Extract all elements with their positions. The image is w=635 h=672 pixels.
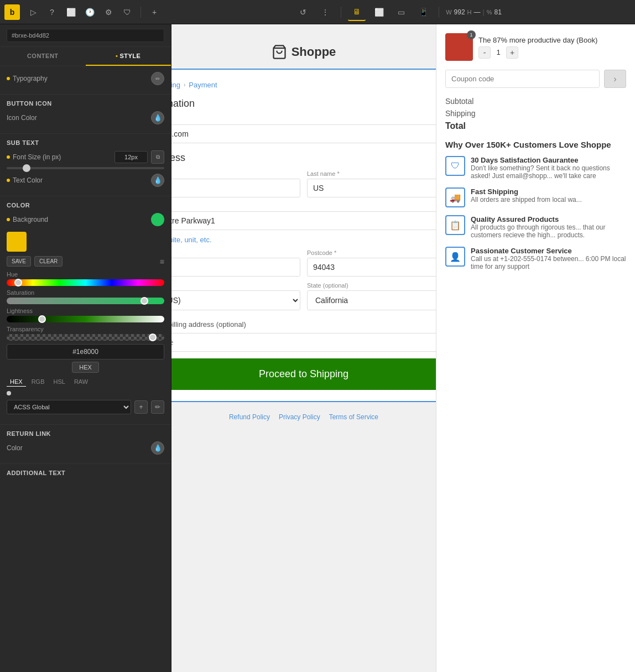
trust-text-2: Quality Assured Products All products go…	[471, 215, 626, 239]
cart-item-badge: 1	[467, 30, 476, 39]
clear-color-btn[interactable]: CLEAR	[34, 256, 63, 267]
zoom-value: 81	[494, 8, 501, 16]
transparency-row: Transparency	[7, 326, 164, 341]
trust-section: Why Over 150K+ Customers Love Shoppe 🛡 3…	[445, 140, 626, 270]
trust-item-2: 📋 Quality Assured Products All products …	[445, 215, 626, 239]
add-apartment-link[interactable]: + Add Apartment, suite, unit, etc.	[171, 236, 436, 244]
last-name-input[interactable]	[307, 179, 436, 197]
hsl-mode-tab[interactable]: HSL	[50, 377, 68, 387]
hex-value-input[interactable]	[7, 344, 164, 360]
font-size-thumb[interactable]	[23, 164, 30, 172]
qty-plus-btn[interactable]: +	[506, 46, 518, 59]
font-size-input[interactable]	[114, 151, 148, 163]
add-icon[interactable]: +	[147, 4, 162, 20]
width-value: 992	[454, 8, 465, 16]
icon-color-swatch[interactable]	[151, 111, 164, 124]
cart-icon	[272, 44, 287, 60]
shield-icon[interactable]: 🛡	[119, 4, 135, 20]
more-options-icon[interactable]: ⋮	[316, 3, 334, 21]
undo-icon[interactable]: ↺	[294, 3, 312, 21]
color-picker-actions: SAVE CLEAR ≡	[7, 256, 164, 267]
trust-body-3: Call us at +1-202-555-0174 between... 6:…	[471, 255, 626, 270]
color-menu-icon[interactable]: ≡	[160, 257, 164, 266]
dimension-group: W 992 H — | % 81	[446, 8, 502, 16]
name-row: First name * Last name *	[171, 170, 436, 203]
background-color-swatch[interactable]	[151, 213, 164, 226]
lightness-thumb[interactable]	[38, 315, 46, 323]
trust-item-3: 👤 Passionate Customer Service Call us at…	[445, 247, 626, 270]
breadcrumb-payment[interactable]: Payment	[189, 81, 217, 89]
pages-icon[interactable]: ⬜	[63, 4, 79, 20]
breadcrumb-shipping[interactable]: Shipping	[171, 81, 180, 89]
state-select[interactable]: California	[307, 290, 436, 310]
typography-section: Typography ✏	[0, 66, 171, 95]
hue-slider[interactable]	[7, 279, 164, 286]
transparency-thumb[interactable]	[149, 334, 157, 341]
desktop-view-btn[interactable]: 🖥	[348, 3, 366, 21]
history-icon[interactable]: 🕐	[82, 4, 97, 20]
qty-minus-btn[interactable]: -	[478, 46, 491, 59]
postcode-label: Postcode *	[307, 249, 436, 256]
cursor-tool-icon[interactable]: ▷	[25, 4, 41, 20]
cart-item-info: The 87% more productive day (Book) - 1 +	[478, 36, 626, 59]
raw-mode-tab[interactable]: RAW	[71, 377, 91, 387]
typography-edit-icon[interactable]: ✏	[151, 72, 164, 85]
qty-value: 1	[494, 48, 503, 56]
content-tab[interactable]: CONTENT	[0, 47, 86, 66]
text-color-swatch[interactable]	[151, 174, 164, 187]
style-tab[interactable]: •STYLE	[86, 47, 171, 66]
id-bar	[0, 24, 171, 47]
sub-text-title: SUB TEXT	[7, 139, 164, 146]
rgb-mode-tab[interactable]: RGB	[28, 377, 48, 387]
proceed-to-shipping-btn[interactable]: Proceed to Shipping	[171, 358, 436, 390]
last-name-group: Last name *	[307, 170, 436, 197]
help-icon[interactable]: ?	[44, 4, 60, 20]
lightness-row: Lightness	[7, 308, 164, 322]
save-color-btn[interactable]: SAVE	[7, 256, 31, 267]
privacy-policy-link[interactable]: Privacy Policy	[279, 413, 320, 421]
copy-font-size-btn[interactable]: ⧉	[151, 150, 164, 164]
element-id-input[interactable]	[7, 29, 164, 42]
street-input[interactable]	[171, 211, 436, 230]
text-color-label: Text Color	[7, 176, 43, 184]
coupon-input[interactable]	[445, 70, 600, 88]
support-icon: 👤	[445, 247, 465, 267]
subtotal-label: Subtotal	[445, 97, 473, 106]
refund-policy-link[interactable]: Refund Policy	[229, 413, 270, 421]
tablet-view-btn[interactable]: ⬜	[370, 3, 388, 21]
postcode-group: Postcode *	[307, 249, 436, 277]
shipping-label: Shipping	[445, 109, 476, 118]
acss-select[interactable]: ACSS Global	[7, 400, 131, 414]
coupon-apply-btn[interactable]: ›	[604, 70, 626, 88]
hue-thumb[interactable]	[14, 279, 22, 286]
acss-edit-btn[interactable]: ✏	[151, 400, 164, 414]
email-input[interactable]	[171, 124, 436, 143]
city-group: Town / City *	[171, 249, 300, 277]
phone-input[interactable]	[171, 336, 436, 349]
street-group: Street address *	[171, 203, 436, 230]
country-label: Country *	[171, 282, 300, 289]
terms-of-service-link[interactable]: Terms of Service	[329, 413, 378, 421]
trust-body-2: All products go through rigorous tes... …	[471, 223, 626, 239]
saturation-thumb[interactable]	[140, 297, 148, 305]
landscape-view-btn[interactable]: ▭	[392, 3, 410, 21]
saturation-row: Saturation	[7, 289, 164, 304]
postcode-input[interactable]	[307, 258, 436, 277]
country-select[interactable]: United States (US)	[171, 290, 300, 310]
saturation-slider[interactable]	[7, 298, 164, 304]
city-input[interactable]	[171, 258, 300, 277]
return-link-title: RETURN LINK	[7, 430, 164, 437]
lightness-slider[interactable]	[7, 316, 164, 322]
color-preview-swatch[interactable]	[7, 232, 27, 252]
font-size-slider[interactable]	[7, 167, 164, 169]
settings-icon[interactable]: ⚙	[101, 4, 116, 20]
label-dot3	[7, 179, 10, 182]
mobile-view-btn[interactable]: 📱	[414, 3, 432, 21]
return-color-label: Color	[7, 444, 23, 452]
hex-mode-tab[interactable]: HEX	[7, 377, 26, 387]
acss-add-btn[interactable]: +	[134, 400, 148, 414]
first-name-input[interactable]	[171, 179, 300, 197]
subtotal-row: Subtotal	[445, 97, 626, 106]
transparency-slider[interactable]	[7, 334, 164, 341]
return-color-swatch[interactable]	[151, 441, 164, 455]
